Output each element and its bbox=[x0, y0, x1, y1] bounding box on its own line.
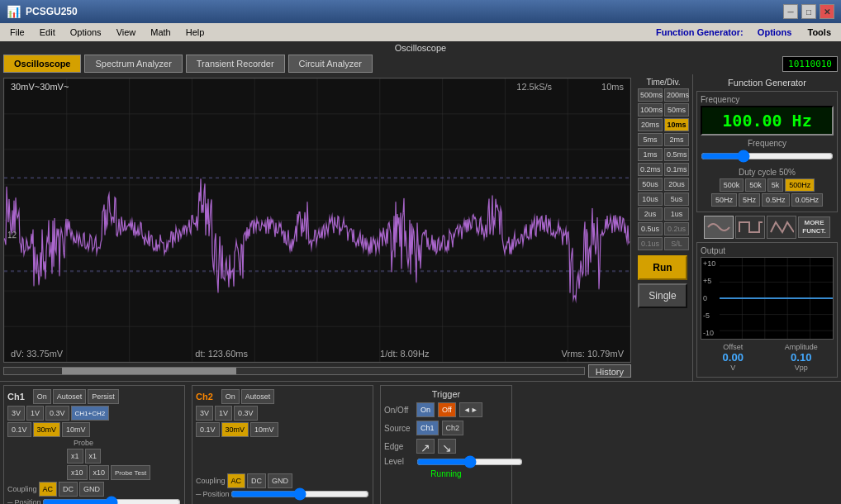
horizontal-scrollbar[interactable] bbox=[3, 367, 585, 375]
ch1-ch2-btn[interactable]: CH1+CH2 bbox=[71, 406, 110, 421]
menu-options-fg[interactable]: Options bbox=[751, 26, 799, 39]
more-functions-button[interactable]: MORE FUNCT. bbox=[798, 216, 829, 237]
ch1-on-button[interactable]: On bbox=[33, 389, 51, 404]
freq-slider[interactable] bbox=[701, 150, 834, 163]
timediv-20ms[interactable]: 20ms bbox=[638, 118, 663, 131]
ch1-autoset-button[interactable]: Autoset bbox=[53, 389, 87, 404]
ch1-coupling-gnd[interactable]: GND bbox=[79, 482, 104, 497]
ch1-3v[interactable]: 3V bbox=[7, 406, 25, 421]
waveform-triangle[interactable] bbox=[767, 216, 796, 239]
freq-50k[interactable]: 50k bbox=[745, 178, 766, 192]
timediv-5ms[interactable]: 5ms bbox=[638, 133, 663, 146]
waveform-sine[interactable] bbox=[704, 216, 734, 239]
ch1-0p3v[interactable]: 0.3V bbox=[45, 406, 69, 421]
trigger-edge-row: Edge ↗ ↘ bbox=[384, 439, 508, 454]
probe-x10b[interactable]: x10 bbox=[89, 465, 110, 480]
timediv-500ms[interactable]: 500ms bbox=[638, 88, 663, 102]
probe-x1b[interactable]: x1 bbox=[85, 449, 102, 464]
trigger-on-button[interactable]: On bbox=[416, 402, 435, 417]
offset-value[interactable]: 0.00 bbox=[701, 351, 766, 364]
single-button[interactable]: Single bbox=[638, 283, 687, 308]
ch1-coupling-dc[interactable]: DC bbox=[59, 482, 78, 497]
freq-500hz[interactable]: 500Hz bbox=[785, 178, 815, 192]
ch1-position-slider[interactable] bbox=[42, 498, 181, 504]
amplitude-value[interactable]: 0.10 bbox=[769, 351, 834, 364]
timediv-10us[interactable]: 10us bbox=[638, 193, 663, 206]
trigger-falling-button[interactable]: ↘ bbox=[438, 439, 456, 454]
freq-500k[interactable]: 500k bbox=[720, 178, 744, 192]
freq-0p5hz[interactable]: 0.5Hz bbox=[762, 193, 790, 207]
timediv-sl[interactable]: S/L bbox=[664, 237, 689, 250]
trigger-ch2-button[interactable]: Ch2 bbox=[442, 421, 464, 435]
timediv-2ms[interactable]: 2ms bbox=[664, 133, 689, 146]
tab-spectrum-analyzer[interactable]: Spectrum Analyzer bbox=[84, 55, 182, 73]
menu-file[interactable]: File bbox=[3, 26, 31, 39]
timediv-0p1us[interactable]: 0.1us bbox=[638, 237, 663, 250]
ch1-30mv[interactable]: 30mV bbox=[33, 422, 61, 437]
timediv-0p2us[interactable]: 0.2us bbox=[664, 222, 689, 235]
ch2-3v[interactable]: 3V bbox=[196, 406, 213, 421]
ch2-0p3v[interactable]: 0.3V bbox=[234, 406, 258, 421]
timediv-100ms[interactable]: 100ms bbox=[638, 103, 663, 116]
menu-help[interactable]: Help bbox=[179, 26, 211, 39]
close-button[interactable]: ✕ bbox=[820, 4, 834, 19]
waveform-square[interactable] bbox=[735, 216, 765, 239]
trigger-ch1-button[interactable]: Ch1 bbox=[416, 421, 439, 435]
ch1-0p1v[interactable]: 0.1V bbox=[7, 422, 31, 437]
tab-oscilloscope[interactable]: Oscilloscope bbox=[3, 55, 81, 73]
probe-test-button[interactable]: Probe Test bbox=[111, 465, 150, 480]
ch2-10mv[interactable]: 10mV bbox=[250, 422, 278, 437]
menu-view[interactable]: View bbox=[110, 26, 143, 39]
timediv-1us[interactable]: 1us bbox=[664, 207, 689, 221]
trigger-off-button[interactable]: Off bbox=[438, 402, 456, 417]
trigger-rising-button[interactable]: ↗ bbox=[416, 439, 435, 454]
run-button[interactable]: Run bbox=[638, 255, 687, 280]
history-button[interactable]: History bbox=[588, 364, 631, 378]
oscilloscope-canvas[interactable] bbox=[4, 78, 630, 362]
timediv-2us[interactable]: 2us bbox=[638, 207, 663, 221]
tab-transient-recorder[interactable]: Transient Recorder bbox=[186, 55, 285, 73]
timediv-row-3: 5ms 2ms bbox=[636, 133, 691, 146]
persist-button[interactable]: Persist bbox=[88, 389, 119, 404]
ch2-1v[interactable]: 1V bbox=[215, 406, 232, 421]
timediv-50us[interactable]: 50us bbox=[638, 178, 663, 191]
probe-x1a[interactable]: x1 bbox=[67, 449, 83, 464]
timediv-10ms[interactable]: 10ms bbox=[664, 118, 689, 131]
ch2-position-slider[interactable] bbox=[230, 490, 369, 498]
ch2-0p1v[interactable]: 0.1V bbox=[196, 422, 220, 437]
ch2-coupling-ac[interactable]: AC bbox=[227, 473, 246, 488]
scrollbar-thumb[interactable] bbox=[62, 368, 236, 374]
trigger-arrows-button[interactable]: ◄► bbox=[459, 402, 482, 417]
menu-tools[interactable]: Tools bbox=[801, 26, 838, 39]
freq-50hz[interactable]: 50Hz bbox=[711, 193, 737, 207]
freq-5hz[interactable]: 5Hz bbox=[739, 193, 760, 207]
timediv-0p5us[interactable]: 0.5us bbox=[638, 222, 663, 235]
trigger-level-slider[interactable] bbox=[416, 458, 523, 466]
maximize-button[interactable]: □ bbox=[801, 4, 816, 19]
ch2-coupling-gnd[interactable]: GND bbox=[268, 473, 292, 488]
menu-options[interactable]: Options bbox=[64, 26, 108, 39]
ch1-coupling-ac[interactable]: AC bbox=[39, 482, 58, 497]
timediv-1ms[interactable]: 1ms bbox=[638, 148, 663, 161]
probe-x10a[interactable]: x10 bbox=[67, 465, 88, 480]
tab-circuit-analyzer[interactable]: Circuit Analyzer bbox=[288, 55, 373, 73]
ch1-10mv[interactable]: 10mV bbox=[62, 422, 90, 437]
ch2-30mv[interactable]: 30mV bbox=[221, 422, 249, 437]
ch2-autoset-button[interactable]: Autoset bbox=[241, 389, 275, 404]
minimize-button[interactable]: ─ bbox=[783, 4, 798, 19]
timediv-0p2ms[interactable]: 0.2ms bbox=[638, 163, 663, 176]
menu-edit[interactable]: Edit bbox=[33, 26, 62, 39]
ch2-coupling-dc[interactable]: DC bbox=[247, 473, 266, 488]
timediv-0p5ms[interactable]: 0.5ms bbox=[664, 148, 689, 161]
timediv-5us[interactable]: 5us bbox=[664, 193, 689, 206]
timediv-20us[interactable]: 20us bbox=[664, 178, 689, 191]
timediv-200ms[interactable]: 200ms bbox=[664, 88, 689, 102]
timediv-50ms[interactable]: 50ms bbox=[664, 103, 689, 116]
freq-0p05hz[interactable]: 0.05Hz bbox=[791, 193, 824, 207]
timediv-0p1ms[interactable]: 0.1ms bbox=[664, 163, 689, 176]
freq-display[interactable]: 100.00 Hz bbox=[701, 106, 834, 136]
freq-5k[interactable]: 5k bbox=[767, 178, 784, 192]
menu-math[interactable]: Math bbox=[144, 26, 177, 39]
ch2-on-button[interactable]: On bbox=[221, 389, 240, 404]
ch1-1v[interactable]: 1V bbox=[26, 406, 44, 421]
